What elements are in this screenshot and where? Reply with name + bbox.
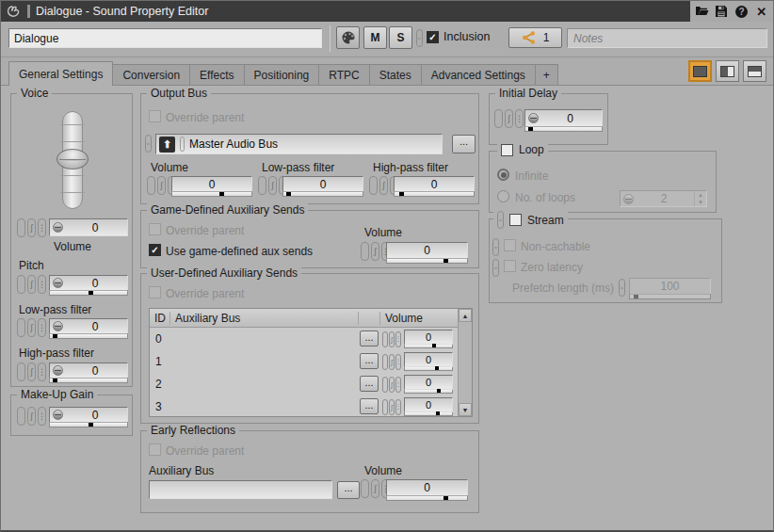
link-indicator-icon[interactable] — [382, 331, 388, 347]
lowpass-indicators[interactable]: ʃ ⋮ — [17, 318, 46, 337]
spin-up-icon[interactable]: ▲ — [695, 191, 706, 199]
inclusion-checkbox[interactable] — [427, 31, 439, 43]
row-volume-field[interactable]: 0 — [404, 375, 453, 390]
color-palette-button[interactable] — [336, 26, 360, 49]
slider-marker[interactable] — [435, 366, 439, 370]
zero-latency-checkbox[interactable] — [504, 260, 516, 272]
mute-button[interactable]: M — [363, 26, 387, 49]
link-indicator-icon[interactable] — [369, 176, 378, 195]
rtpc-indicator-icon[interactable]: ⋮ — [395, 399, 401, 415]
close-icon[interactable]: ✕ — [753, 3, 770, 20]
fader-handle[interactable] — [56, 149, 89, 169]
row-volume-indicators[interactable]: ʃ⋮ — [382, 354, 401, 370]
prefetch-length-field[interactable]: 100 — [629, 278, 711, 295]
loop-count-field[interactable]: 2 ▲ ▼ — [620, 190, 707, 207]
link-indicator-icon[interactable] — [17, 363, 25, 381]
row-volume-indicators[interactable]: ʃ⋮ — [382, 331, 401, 347]
curve-indicator-icon[interactable]: ʃ — [389, 331, 395, 347]
curve-indicator-icon[interactable]: ʃ — [27, 218, 36, 237]
row-volume-indicators[interactable]: ʃ⋮ — [382, 399, 401, 415]
spin-down-icon[interactable]: ▼ — [695, 199, 706, 206]
slider-marker[interactable] — [528, 127, 533, 131]
makeup-gain-slider[interactable] — [49, 422, 128, 427]
open-file-icon[interactable] — [693, 3, 710, 20]
initial-delay-field[interactable]: 0 — [524, 109, 603, 127]
link-indicator-icon[interactable] — [361, 479, 369, 498]
add-tab-button[interactable]: + — [535, 64, 558, 85]
row-volume-slider[interactable] — [404, 345, 453, 348]
infinite-radio[interactable] — [497, 169, 509, 181]
stream-checkbox[interactable] — [509, 214, 522, 226]
initial-delay-slider[interactable] — [524, 126, 603, 132]
tab-conversion[interactable]: Conversion — [112, 64, 190, 85]
bus-lowpass-field[interactable]: 0 — [282, 176, 363, 192]
curve-indicator-icon[interactable]: ʃ — [389, 354, 395, 370]
curve-indicator-icon[interactable]: ʃ — [27, 363, 36, 381]
rtpc-indicator-icon[interactable]: ⋮ — [395, 377, 401, 393]
override-parent-checkbox[interactable] — [149, 443, 161, 456]
link-indicator-icon[interactable] — [492, 259, 499, 277]
makeup-indicators[interactable]: ʃ ⋮ — [17, 407, 46, 426]
row-volume-field[interactable]: 0 — [404, 330, 453, 345]
row-volume-indicators[interactable]: ʃ⋮ — [382, 377, 401, 393]
curve-indicator-icon[interactable]: ʃ — [27, 407, 36, 426]
bus-highpass-field[interactable]: 0 — [394, 176, 475, 192]
voice-volume-field[interactable]: 0 — [49, 218, 128, 236]
lowpass-slider[interactable] — [49, 333, 128, 339]
slider-marker[interactable] — [436, 411, 440, 415]
link-indicator-icon[interactable] — [145, 135, 152, 153]
slider-marker[interactable] — [443, 496, 448, 500]
browse-aux-bus-button[interactable]: ... — [360, 398, 379, 414]
link-indicator-icon[interactable] — [147, 176, 155, 195]
override-parent-checkbox[interactable] — [149, 223, 161, 235]
tab-general-settings[interactable]: General Settings — [8, 61, 113, 86]
curve-indicator-icon[interactable]: ʃ — [371, 242, 379, 261]
table-row[interactable]: 1 ... ʃ⋮ 0 — [150, 350, 458, 373]
slider-marker[interactable] — [634, 295, 638, 298]
volume-fader[interactable] — [56, 111, 89, 209]
curve-indicator-icon[interactable]: ʃ — [27, 275, 36, 294]
slider-marker[interactable] — [432, 344, 436, 347]
bus-highpass-slider[interactable] — [394, 191, 475, 197]
link-indicator-icon[interactable] — [17, 407, 25, 426]
pitch-slider[interactable] — [49, 290, 128, 296]
rtpc-indicator-icon[interactable]: ⋮ — [515, 109, 524, 128]
pitch-indicators[interactable]: ʃ ⋮ — [17, 275, 46, 294]
bus-volume-field[interactable]: 0 — [171, 176, 252, 192]
link-indicator-icon[interactable] — [382, 354, 388, 370]
row-volume-field[interactable]: 0 — [404, 397, 453, 412]
er-volume-slider[interactable] — [386, 495, 468, 501]
link-indicator-icon[interactable] — [382, 377, 388, 393]
table-row[interactable]: 3 ... ʃ⋮ 0 — [150, 395, 458, 418]
row-volume-slider[interactable] — [404, 412, 453, 416]
initial-delay-indicators[interactable]: ʃ ⋮ — [494, 109, 524, 128]
use-game-sends-checkbox[interactable] — [149, 244, 161, 256]
pitch-field[interactable]: 0 — [49, 275, 128, 291]
curve-indicator-icon[interactable]: ʃ — [371, 479, 379, 498]
tab-positioning[interactable]: Positioning — [244, 64, 320, 85]
loop-count-spinner[interactable]: ▲ ▼ — [694, 191, 706, 206]
curve-indicator-icon[interactable]: ʃ — [27, 318, 36, 337]
help-icon[interactable]: ? — [734, 3, 750, 20]
browse-bus-button[interactable]: ... — [452, 135, 476, 153]
tab-rtpc[interactable]: RTPC — [318, 64, 369, 85]
non-cachable-checkbox[interactable] — [504, 239, 516, 251]
highpass-slider[interactable] — [49, 378, 128, 383]
table-scrollbar[interactable]: ▲ ▼ — [458, 309, 472, 416]
notes-input[interactable] — [567, 28, 767, 48]
link-indicator-icon[interactable] — [258, 176, 266, 195]
tab-effects[interactable]: Effects — [189, 64, 244, 85]
override-parent-checkbox[interactable] — [149, 110, 161, 122]
layout-single-pane-button[interactable] — [688, 60, 712, 82]
row-volume-slider[interactable] — [404, 367, 453, 371]
bus-lowpass-slider[interactable] — [282, 191, 363, 197]
slider-marker[interactable] — [443, 259, 448, 263]
browse-er-bus-button[interactable]: ... — [337, 481, 360, 499]
slider-marker[interactable] — [53, 334, 57, 338]
makeup-gain-field[interactable]: 0 — [49, 407, 128, 423]
slider-marker[interactable] — [53, 379, 57, 382]
link-indicator-icon[interactable] — [619, 279, 625, 297]
output-bus-selector[interactable]: ⬆ Master Audio Bus — [155, 134, 443, 154]
er-aux-bus-field[interactable] — [149, 480, 332, 499]
tab-states[interactable]: States — [369, 64, 422, 85]
